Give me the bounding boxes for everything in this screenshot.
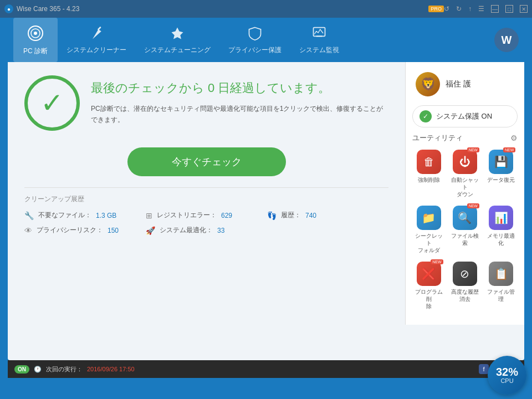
nav-tune-label: システムチューニング: [144, 45, 211, 55]
footer: ON 🕐 次回の実行： 2016/09/26 17:50 f t g+: [8, 360, 524, 378]
nav-system-cleaner[interactable]: システムクリーナー: [58, 18, 135, 62]
new-badge-4: NEW: [431, 259, 443, 264]
high-history-icon: ⊘: [453, 262, 477, 286]
status-text-block: 最後のチェックから 0 日経過しています。 PC診断では、潜在的なセキュリティ問…: [91, 75, 388, 126]
prog-delete-icon: ❌ NEW: [417, 262, 441, 286]
util-high-history[interactable]: ⊘ 高度な履歴消去: [448, 259, 481, 312]
nav-tune-icon: [170, 25, 185, 43]
app-title: Wise Care 365 - 4.23: [17, 5, 425, 13]
prog-delete-label: プログラム削除: [413, 288, 444, 310]
junk-label: 不要なファイル：: [38, 211, 91, 220]
stat-optimize: 🚀 システム最適化： 33: [146, 226, 267, 235]
nav-system-tune[interactable]: システムチューニング: [135, 18, 219, 62]
svg-line-3: [99, 27, 101, 29]
secret-folder-label: シークレットフォルダ: [413, 232, 444, 254]
nav-pc-diag[interactable]: PC 診断: [13, 18, 58, 62]
status-section: ✓ 最後のチェックから 0 日経過しています。 PC診断では、潜在的なセキュリテ…: [24, 75, 388, 131]
nav-monitor-icon: [311, 25, 327, 43]
stat-privacy: 👁 プライバシーリスク： 150: [24, 226, 146, 235]
cleanup-stats: 🔧 不要なファイル： 1.3 GB ⊞ レジストリエラー： 629 👣 履歴： …: [24, 211, 388, 235]
utilities-header: ユーティリティ ⚙: [412, 133, 518, 143]
minimize-button[interactable]: —: [491, 5, 499, 13]
util-auto-shutdown[interactable]: ⏻ NEW 自動シャットダウン: [448, 147, 481, 200]
new-badge-3: NEW: [467, 203, 479, 208]
util-prog-delete[interactable]: ❌ NEW プログラム削除: [412, 259, 445, 312]
file-mgmt-label: ファイル管理: [486, 288, 516, 303]
protect-label: システム保護 ON: [436, 111, 492, 121]
history-label: 履歴：: [281, 211, 301, 220]
utilities-grid: 🗑 強制削除 ⏻ NEW 自動シャットダウン 💾: [412, 147, 518, 312]
util-file-search[interactable]: 🔍 NEW ファイル検索: [448, 203, 481, 256]
refresh-icon[interactable]: ↺: [444, 5, 449, 13]
util-secret-folder[interactable]: 📁 シークレットフォルダ: [412, 203, 445, 256]
user-avatar: 🦁: [416, 72, 440, 96]
toggle-on[interactable]: ON: [14, 365, 29, 374]
nav-bar: PC 診断 システムクリーナー システムチューニング: [8, 18, 524, 62]
file-mgmt-icon: 📋: [489, 262, 513, 286]
status-description: PC診断では、潜在的なセキュリティ問題や最適化可能な項目を1クリックで検出、修復…: [91, 103, 388, 126]
util-file-mgmt[interactable]: 📋 ファイル管理: [485, 259, 518, 312]
memory-opt-icon: 📊: [489, 206, 513, 230]
force-delete-label: 強制削除: [418, 176, 440, 183]
user-avatar-nav[interactable]: W: [494, 28, 519, 52]
reload-icon[interactable]: ↻: [456, 5, 462, 13]
force-delete-icon: 🗑: [417, 150, 441, 174]
cleanup-title: クリーンアップ展歴: [24, 195, 388, 204]
data-restore-label: データ復元: [487, 176, 515, 183]
nav-monitor[interactable]: システム監視: [290, 18, 348, 62]
content-area: ✓ 最後のチェックから 0 日経過しています。 PC診断では、潜在的なセキュリテ…: [8, 62, 524, 325]
check-now-button[interactable]: 今すぐチェック: [127, 147, 286, 176]
registry-value: 629: [221, 212, 232, 219]
utilities-section: ユーティリティ ⚙ 🗑 強制削除 ⏻ NEW: [412, 133, 518, 318]
app-logo: ●: [4, 4, 13, 13]
utilities-title: ユーティリティ: [412, 133, 463, 143]
user-card: 🦁 福住 護: [412, 69, 518, 100]
optimize-value: 33: [217, 227, 224, 234]
junk-icon: 🔧: [24, 211, 34, 220]
secret-folder-icon: 📁: [417, 206, 441, 230]
junk-value: 1.3 GB: [96, 212, 116, 219]
data-restore-icon: 💾 NEW: [489, 150, 513, 174]
system-protect-button[interactable]: ✓ システム保護 ON: [412, 105, 518, 127]
status-heading: 最後のチェックから 0 日経過しています。: [91, 80, 388, 96]
stat-registry: ⊞ レジストリエラー： 629: [146, 211, 267, 220]
check-button-wrap: 今すぐチェック: [24, 147, 388, 176]
memory-opt-label: メモリ最適化: [487, 232, 515, 247]
close-button[interactable]: ✕: [520, 5, 528, 13]
clock-icon: 🕐: [34, 366, 42, 373]
stat-history: 👣 履歴： 740: [267, 211, 388, 220]
privacy-icon: 👁: [24, 226, 32, 235]
nav-cleaner-label: システムクリーナー: [66, 45, 126, 55]
file-search-label: ファイル検索: [449, 232, 480, 247]
nav-shield-icon: [247, 25, 263, 43]
next-run-label: 次回の実行：: [46, 365, 83, 374]
window-controls: ↺ ↻ ↑ ☰ — □ ✕: [444, 5, 528, 13]
stat-junk-files: 🔧 不要なファイル： 1.3 GB: [24, 211, 146, 220]
registry-label: レジストリエラー：: [157, 211, 217, 220]
svg-point-2: [34, 32, 37, 35]
app-window: PC 診断 システムクリーナー システムチューニング: [8, 18, 524, 360]
cpu-widget[interactable]: 32% CPU: [488, 356, 526, 395]
registry-icon: ⊞: [146, 211, 152, 220]
util-memory-opt[interactable]: 📊 メモリ最適化: [485, 203, 518, 256]
file-search-icon: 🔍 NEW: [453, 206, 477, 230]
util-data-restore[interactable]: 💾 NEW データ復元: [485, 147, 518, 200]
menu-icon[interactable]: ☰: [478, 5, 484, 13]
nav-pc-diag-label: PC 診断: [23, 47, 48, 56]
new-badge-2: NEW: [503, 147, 515, 152]
user-name: 福住 護: [446, 79, 471, 89]
title-bar: ● Wise Care 365 - 4.23 PRO ↺ ↻ ↑ ☰ — □ ✕: [0, 0, 532, 18]
auto-shutdown-icon: ⏻ NEW: [453, 150, 477, 174]
checkmark-icon: ✓: [40, 89, 64, 117]
optimize-label: システム最適化：: [160, 226, 213, 235]
util-force-delete[interactable]: 🗑 強制削除: [412, 147, 445, 200]
pro-badge: PRO: [428, 6, 444, 12]
high-history-label: 高度な履歴消去: [451, 288, 479, 303]
status-circle: ✓: [24, 75, 80, 131]
privacy-value: 150: [108, 227, 119, 234]
right-panel: 🦁 福住 護 ✓ システム保護 ON ユーティリティ ⚙ 🗑 強制: [405, 62, 524, 325]
nav-privacy[interactable]: プライバシー保護: [219, 18, 290, 62]
up-icon[interactable]: ↑: [468, 5, 472, 13]
maximize-button[interactable]: □: [505, 5, 513, 13]
gear-icon[interactable]: ⚙: [510, 134, 518, 142]
